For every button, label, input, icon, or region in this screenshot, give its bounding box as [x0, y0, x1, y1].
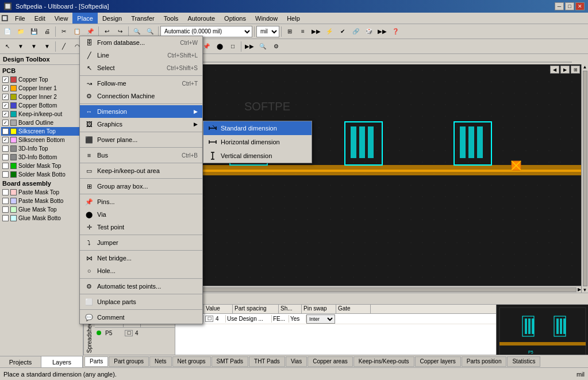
main-cell-gate-select[interactable]: Inter	[306, 314, 335, 324]
btab-netgroups[interactable]: Net groups	[172, 356, 211, 367]
layer-silkscreen-bottom-check[interactable]	[2, 137, 9, 143]
layer-silkscreen-top[interactable]: Silkscreen Top	[1, 127, 82, 136]
layer-silkscreen-top-check[interactable]	[2, 128, 9, 135]
menu-connection-machine[interactable]: ⚙ Connection Machine	[80, 90, 202, 102]
scroll-thumb[interactable]	[583, 71, 587, 286]
layer-solder-top-check[interactable]	[2, 163, 9, 169]
menu-design[interactable]: Design	[98, 13, 126, 24]
menu-tools[interactable]: Tools	[159, 13, 183, 24]
toolbar-help-btn[interactable]: ❓	[389, 25, 402, 38]
layer-3d-bottom-check[interactable]	[2, 154, 9, 160]
toolbar-pad[interactable]: □	[226, 40, 239, 53]
btab-partgroups[interactable]: Part groups	[109, 356, 149, 367]
layer-copper-bottom-check[interactable]	[2, 102, 9, 109]
layer-keepin-check[interactable]	[2, 111, 9, 117]
layer-copper-bottom[interactable]: Copper Bottom	[1, 101, 82, 110]
btab-smtpads[interactable]: SMT Pads	[212, 356, 249, 367]
menu-file[interactable]: File	[10, 13, 30, 24]
layer-solder-top[interactable]: Solder Mask Top	[1, 162, 82, 170]
btab-copperareas[interactable]: Copper areas	[308, 356, 353, 367]
toolbar-3d[interactable]: 🎲	[363, 25, 375, 38]
submenu-standard-dim[interactable]: Standard dimension	[203, 121, 312, 135]
menu-dimension[interactable]: ↔ Dimension ▶	[80, 105, 202, 118]
menu-keepin[interactable]: ▭ Keep-in/keep-out area	[80, 164, 202, 177]
toolbar-more3[interactable]: ▶▶	[243, 40, 256, 53]
toolbar-new[interactable]: 📄	[1, 25, 14, 38]
unit-select[interactable]: mil	[256, 26, 279, 37]
tab-projects[interactable]: Projects	[0, 356, 41, 367]
btab-thtpads[interactable]: THT Pads	[249, 356, 285, 367]
layer-copper-inner2[interactable]: Copper Inner 2	[1, 93, 82, 101]
layer-3d-top[interactable]: 3D-Info Top	[1, 144, 82, 153]
nav-overview[interactable]: ⊞	[571, 66, 580, 74]
nav-right[interactable]: ▶	[560, 66, 570, 74]
toolbar-save[interactable]: 💾	[28, 25, 40, 38]
toolbar-zoom3[interactable]: 🔍	[256, 40, 269, 53]
toolbar-cut[interactable]: ✂	[57, 25, 70, 38]
menu-line[interactable]: ╱ Line Ctrl+Shift+L	[80, 49, 202, 62]
menu-group-array[interactable]: ⊞ Group array box...	[80, 180, 202, 193]
layer-copper-inner1-check[interactable]	[2, 85, 9, 91]
toolbar-more2[interactable]: ▶▶	[376, 25, 389, 38]
menu-hole[interactable]: ○ Hole...	[80, 264, 202, 277]
layer-3d-bottom[interactable]: 3D-Info Bottom	[1, 153, 82, 162]
btab-nets[interactable]: Nets	[149, 356, 172, 367]
toolbar-open[interactable]: 📁	[14, 25, 27, 38]
layer-copper-top-check[interactable]	[2, 76, 9, 83]
layer-glue-bottom-check[interactable]	[2, 215, 9, 221]
toolbar-filter3[interactable]: ▼	[41, 40, 53, 53]
minimize-button[interactable]: ─	[555, 2, 564, 10]
menu-view[interactable]: View	[50, 13, 73, 24]
layer-paste-top-check[interactable]	[2, 189, 9, 195]
btab-stats[interactable]: Statistics	[507, 356, 540, 367]
layer-solder-bottom[interactable]: Solder Mask Botto	[1, 170, 82, 179]
menu-via[interactable]: ⬤ Via	[80, 208, 202, 221]
btab-partspos[interactable]: Parts position	[462, 356, 507, 367]
scroll-down-btn[interactable]: ▼	[583, 287, 587, 293]
menu-place[interactable]: Place	[72, 13, 98, 24]
layer-glue-top-check[interactable]	[2, 206, 9, 213]
btab-keepins[interactable]: Keep-ins/Keep-outs	[353, 356, 414, 367]
submenu-vertical-dim[interactable]: Vertical dimension	[203, 149, 312, 163]
toolbar-via[interactable]: ⬤	[213, 40, 226, 53]
nav-left[interactable]: ◀	[550, 66, 559, 74]
menu-pins[interactable]: 📌 Pins...	[80, 195, 202, 208]
btab-copperlayers[interactable]: Copper layers	[415, 356, 461, 367]
layer-copper-top[interactable]: Copper Top	[1, 75, 82, 84]
menu-graphics[interactable]: 🖼 Graphics ▶	[80, 118, 202, 130]
layer-3d-top-check[interactable]	[2, 145, 9, 152]
menu-select[interactable]: ↖ Select Ctrl+Shift+S	[80, 62, 202, 74]
layer-paste-bottom[interactable]: Paste Mask Botto	[1, 197, 82, 205]
close-button[interactable]: ✕	[575, 2, 585, 10]
menu-transfer[interactable]: Transfer	[126, 13, 159, 24]
scroll-up-btn[interactable]: ▲	[583, 64, 587, 70]
toolbar-print[interactable]: 🖨	[41, 25, 53, 38]
menu-power-plane[interactable]: ⬛ Power plane...	[80, 133, 202, 146]
menu-jumper[interactable]: ⤵ Jumper	[80, 236, 202, 249]
layer-solder-bottom-check[interactable]	[2, 171, 9, 178]
tab-layers[interactable]: Layers	[41, 356, 83, 367]
menu-auto-test[interactable]: ⚙ Automatic test points...	[80, 280, 202, 293]
layer-glue-top[interactable]: Glue Mask Top	[1, 205, 82, 214]
scrollbar-right[interactable]: ▲ ▼	[581, 64, 588, 293]
submenu-horizontal-dim[interactable]: Horizontal dimension	[203, 135, 312, 149]
toolbar-layer[interactable]: ≡	[297, 25, 309, 38]
toolbar-grid[interactable]: ⊞	[283, 25, 296, 38]
menu-help[interactable]: Help	[282, 13, 305, 24]
toolbar-filter1[interactable]: ▼	[14, 40, 27, 53]
layer-copper-inner1[interactable]: Copper Inner 1	[1, 84, 82, 93]
layer-paste-top[interactable]: Paste Mask Top	[1, 188, 82, 197]
menu-unplace[interactable]: ⬜ Unplace parts	[80, 295, 202, 308]
menu-test-point[interactable]: ✛ Test point	[80, 221, 202, 233]
layer-glue-bottom[interactable]: Glue Mask Botto	[1, 214, 82, 222]
layer-silkscreen-bottom[interactable]: Silkscreen Bottom	[1, 136, 82, 144]
maximize-button[interactable]: □	[565, 2, 574, 10]
dimension-submenu[interactable]: Standard dimension Horizontal dimension …	[203, 121, 312, 163]
menu-from-database[interactable]: 🗄 From database... Ctrl+W	[80, 36, 202, 49]
layer-paste-bottom-check[interactable]	[2, 198, 9, 204]
layer-copper-inner2-check[interactable]	[2, 94, 9, 100]
layer-keepin[interactable]: Keep-in/keep-out	[1, 110, 82, 118]
toolbar-more1[interactable]: ▶▶	[310, 25, 322, 38]
menu-net-bridge[interactable]: ⋈ Net bridge...	[80, 252, 202, 264]
layer-board-outline[interactable]: Board Outline	[1, 118, 82, 127]
